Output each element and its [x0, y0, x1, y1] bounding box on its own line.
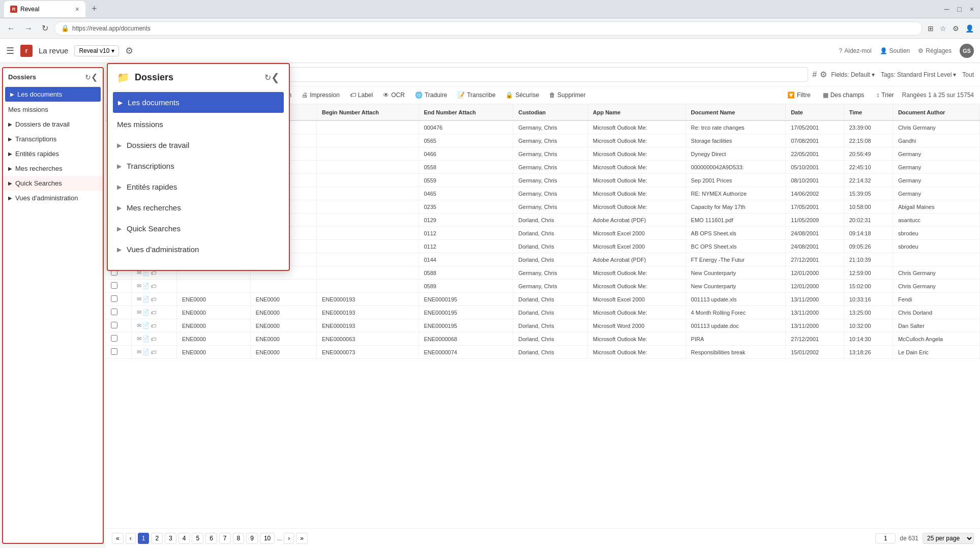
sidebar-item-les-documents[interactable]: ▶ Les documents [5, 87, 101, 102]
row-checkbox-cell [106, 306, 131, 319]
author: Le Dain Eric [893, 346, 979, 359]
overlay-close-button[interactable]: ❮ [271, 71, 280, 83]
print-icon: 🖨 [302, 92, 308, 99]
overlay-item-mes-missions[interactable]: Mes missions [108, 114, 289, 135]
row-checkbox[interactable] [111, 322, 117, 328]
end-number-attach: 0235 [419, 200, 513, 214]
avatar[interactable]: GS [960, 44, 974, 58]
help-button[interactable]: ? Aidez-moi [839, 47, 872, 54]
page-8-button[interactable]: 8 [233, 533, 245, 544]
overlay-item-label: Vues d'administration [127, 245, 199, 254]
forward-button[interactable]: → [21, 22, 36, 35]
refresh-button[interactable]: ↻ [39, 21, 51, 35]
next-page-button[interactable]: › [284, 533, 294, 544]
sidebar-item-vues-administration[interactable]: ▶ Vues d'administration [3, 191, 103, 205]
hamburger-button[interactable]: ☰ [6, 45, 14, 56]
extensions-icon[interactable]: ⚙ [951, 22, 961, 35]
transcribe-button[interactable]: 📝 Transcribe [453, 89, 499, 101]
browser-tab[interactable]: R Reveal × [4, 1, 85, 17]
end-number-attach: 0112 [419, 227, 513, 240]
hash-icon[interactable]: # [812, 70, 817, 79]
tags-dropdown[interactable]: Tags: Standard First Level ▾ [881, 71, 956, 78]
sidebar-collapse-button[interactable]: ❮ [91, 72, 98, 82]
chevron-right-icon: ▶ [8, 180, 12, 186]
ocr-button[interactable]: 👁 OCR [379, 89, 409, 101]
filter-icon[interactable]: ⚙ [820, 70, 827, 79]
dashboard-icon[interactable]: ⚙ [125, 45, 133, 56]
author: Germany [893, 161, 979, 174]
page-5-button[interactable]: 5 [192, 533, 203, 544]
page-7-button[interactable]: 7 [219, 533, 231, 544]
settings-label: Réglages [926, 47, 952, 54]
overlay-item-transcriptions[interactable]: ▶ Transcriptions [108, 156, 289, 176]
version-selector[interactable]: Reveal v10 ▾ [74, 45, 119, 56]
sidebar-item-entites-rapides[interactable]: ▶ Entités rapides [3, 146, 103, 161]
page-1-button[interactable]: 1 [138, 533, 150, 544]
page-4-button[interactable]: 4 [179, 533, 190, 544]
maximize-button[interactable]: □ [955, 3, 963, 15]
overlay-refresh-icon[interactable]: ↻ [264, 73, 271, 82]
minimize-button[interactable]: ─ [942, 3, 951, 15]
all-dropdown[interactable]: Tout [962, 71, 974, 78]
sidebar-item-transcriptions[interactable]: ▶ Transcriptions [3, 132, 103, 146]
row-checkbox[interactable] [111, 335, 117, 342]
filter-button[interactable]: 🔽 Filtre [783, 89, 815, 101]
chevron-right-icon: ▶ [117, 204, 122, 211]
page-6-button[interactable]: 6 [205, 533, 217, 544]
translate-icon[interactable]: ⊞ [926, 22, 936, 35]
sidebar-item-label: Mes missions [8, 106, 48, 113]
sidebar-refresh-icon[interactable]: ↻ [85, 73, 91, 81]
address-bar[interactable]: 🔒 https://reveal.app/documents [54, 21, 923, 36]
sidebar-item-mes-missions[interactable]: Mes missions [3, 102, 103, 117]
custodian: Germany, Chris [513, 134, 587, 147]
app-name: Microsoft Excel 2000 [587, 227, 686, 240]
row-checkbox[interactable] [111, 295, 117, 302]
back-button[interactable]: ← [4, 22, 18, 35]
sidebar-item-quick-searches[interactable]: ▶ Quick Searches [3, 176, 103, 191]
overlay-item-quick-searches[interactable]: ▶ Quick Searches [108, 218, 289, 239]
begin-number-attach [317, 120, 419, 134]
page-number-input[interactable] [875, 533, 896, 543]
end-number-attach: 0588 [419, 266, 513, 280]
page-2-button[interactable]: 2 [151, 533, 163, 544]
author [893, 253, 979, 266]
traduire-button[interactable]: 🌐 Traduire [411, 89, 451, 101]
supprimer-button[interactable]: 🗑 Supprimer [545, 89, 589, 101]
sort-button[interactable]: ↕ Trier [872, 89, 898, 101]
overlay-item-les-documents[interactable]: ▶ Les documents [113, 92, 284, 113]
app-title: La revue [39, 46, 68, 55]
label-button[interactable]: 🏷 Label [346, 89, 377, 101]
row-checkbox[interactable] [111, 309, 117, 315]
overlay-title: Dossiers [135, 72, 261, 83]
first-page-button[interactable]: « [112, 533, 124, 544]
per-page-select[interactable]: 25 per page 50 per page 100 per page [923, 533, 974, 544]
tab-close-button[interactable]: × [75, 5, 79, 13]
row-checkbox[interactable] [111, 282, 117, 289]
impression-button[interactable]: 🖨 Impression [298, 89, 344, 101]
fields-dropdown[interactable]: Fields: Default ▾ [831, 71, 875, 78]
sidebar-item-label: Dossiers de travail [15, 120, 70, 128]
settings-button[interactable]: ⚙ Réglages [918, 47, 952, 54]
overlay-item-vues-administration[interactable]: ▶ Vues d'administration [108, 239, 289, 260]
overlay-item-dossiers-de-travail[interactable]: ▶ Dossiers de travail [108, 135, 289, 156]
overlay-item-mes-recherches[interactable]: ▶ Mes recherches [108, 197, 289, 218]
pagination-right: de 631 25 per page 50 per page 100 per p… [875, 533, 974, 544]
row-checkbox[interactable] [111, 348, 117, 355]
col-document-author: Document Author [893, 104, 979, 120]
page-3-button[interactable]: 3 [165, 533, 176, 544]
page-10-button[interactable]: 10 [260, 533, 275, 544]
fields-button[interactable]: ▦ Des champs [819, 89, 869, 101]
securise-button[interactable]: 🔒 Sécurise [501, 89, 543, 101]
time: 22:45:10 [844, 161, 893, 174]
new-tab-button[interactable]: + [90, 4, 99, 14]
last-page-button[interactable]: » [296, 533, 308, 544]
close-window-button[interactable]: × [968, 3, 976, 15]
sidebar-item-dossiers-de-travail[interactable]: ▶ Dossiers de travail [3, 117, 103, 132]
prev-page-button[interactable]: ‹ [126, 533, 136, 544]
sidebar-item-mes-recherches[interactable]: ▶ Mes recherches [3, 161, 103, 176]
profile-icon[interactable]: 👤 [963, 22, 976, 35]
page-9-button[interactable]: 9 [246, 533, 258, 544]
bookmark-icon[interactable]: ☆ [938, 22, 948, 35]
overlay-item-entites-rapides[interactable]: ▶ Entités rapides [108, 176, 289, 197]
support-button[interactable]: 👤 Soutien [880, 47, 910, 54]
